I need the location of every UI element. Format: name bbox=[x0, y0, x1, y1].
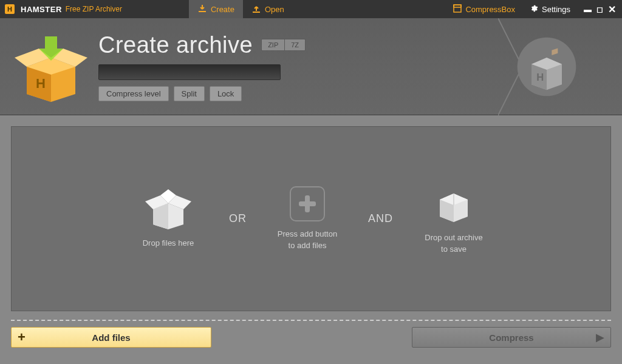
chevron-right-icon: ▶ bbox=[596, 331, 604, 344]
svg-rect-2 bbox=[454, 5, 461, 12]
and-label: AND bbox=[368, 212, 393, 225]
open-box-icon bbox=[144, 188, 193, 231]
or-label: OR bbox=[229, 212, 247, 225]
box-icon bbox=[453, 4, 462, 15]
header-arrow: H bbox=[510, 18, 607, 115]
drop-zone[interactable]: Drop files here OR Press add button to a… bbox=[11, 126, 611, 311]
output-box-icon: H bbox=[528, 36, 589, 97]
divider bbox=[11, 320, 611, 321]
compressbox-button[interactable]: CompressBox bbox=[446, 0, 522, 18]
svg-rect-0 bbox=[199, 11, 206, 12]
format-zip[interactable]: ZIP bbox=[262, 39, 285, 50]
svg-rect-3 bbox=[454, 5, 461, 7]
tab-open-label: Open bbox=[265, 5, 284, 14]
settings-label: Settings bbox=[542, 5, 570, 14]
split-button[interactable]: Split bbox=[174, 86, 205, 101]
create-header: H Create archive ZIP 7Z Compress level S… bbox=[0, 18, 622, 115]
compress-label: Compress bbox=[489, 332, 533, 343]
top-bar: H HAMSTER Free ZIP Archiver Create Open … bbox=[0, 0, 622, 18]
add-files-label: Add files bbox=[92, 332, 130, 343]
add-button-col: Press add button to add files bbox=[265, 186, 350, 251]
close-button[interactable]: ✕ bbox=[608, 4, 616, 15]
compressbox-label: CompressBox bbox=[465, 5, 515, 14]
svg-text:H: H bbox=[36, 76, 46, 91]
add-files-icon-button[interactable] bbox=[290, 186, 325, 221]
svg-text:H: H bbox=[536, 72, 544, 83]
compress-button[interactable]: Compress ▶ bbox=[412, 327, 611, 348]
download-icon bbox=[197, 4, 207, 14]
add-files-button[interactable]: + Add files bbox=[11, 327, 211, 348]
app-logo-icon: H bbox=[5, 4, 15, 14]
app-brand: HAMSTER Free ZIP Archiver bbox=[21, 0, 122, 18]
svg-rect-23 bbox=[299, 201, 316, 206]
lock-button[interactable]: Lock bbox=[210, 86, 242, 101]
page-title: Create archive bbox=[98, 32, 253, 58]
format-toggle: ZIP 7Z bbox=[261, 39, 306, 51]
plus-icon: + bbox=[18, 329, 26, 345]
tab-create[interactable]: Create bbox=[189, 0, 243, 18]
drop-files-col: Drop files here bbox=[126, 188, 211, 249]
archive-name-input[interactable] bbox=[98, 64, 281, 80]
archive-box-icon: H bbox=[15, 30, 87, 103]
drop-out-label: Drop out archive to save bbox=[425, 232, 482, 254]
closed-box-icon bbox=[432, 183, 475, 225]
add-button-label: Press add button to add files bbox=[278, 229, 337, 251]
brand-sub: Free ZIP Archiver bbox=[66, 5, 122, 13]
upload-icon bbox=[251, 4, 261, 14]
tab-create-label: Create bbox=[211, 5, 234, 14]
plus-icon bbox=[297, 194, 318, 214]
brand-main: HAMSTER bbox=[21, 5, 62, 14]
drop-out-col: Drop out archive to save bbox=[411, 183, 496, 254]
minimize-button[interactable]: ▬ bbox=[584, 5, 592, 14]
svg-rect-1 bbox=[253, 12, 260, 13]
settings-button[interactable]: Settings bbox=[522, 0, 578, 18]
window-controls: ▬ ◻ ✕ bbox=[578, 0, 622, 18]
format-7z[interactable]: 7Z bbox=[285, 39, 305, 50]
maximize-button[interactable]: ◻ bbox=[596, 5, 603, 14]
tab-open[interactable]: Open bbox=[243, 0, 293, 18]
bottom-bar: + Add files Compress ▶ bbox=[11, 327, 611, 348]
compress-level-button[interactable]: Compress level bbox=[98, 86, 169, 101]
drop-here-label: Drop files here bbox=[143, 238, 194, 249]
gear-icon bbox=[530, 4, 538, 15]
